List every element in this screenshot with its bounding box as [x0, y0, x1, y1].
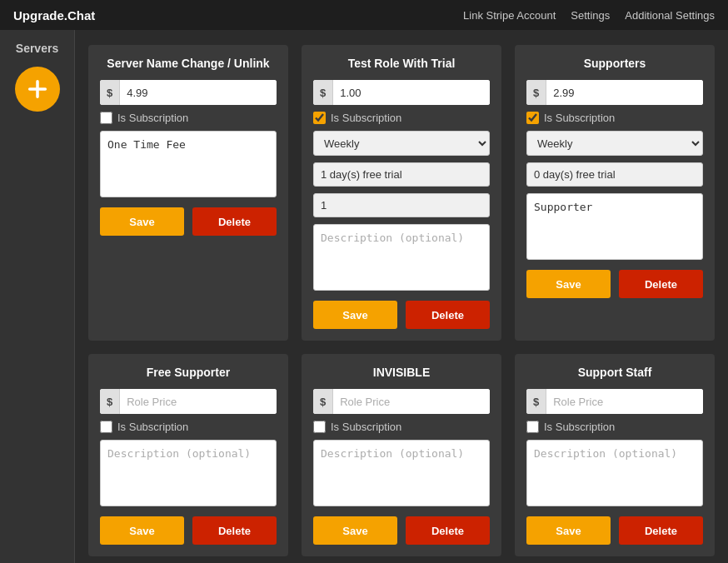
frequency-select-supporters[interactable]: WeeklyMonthlyYearly — [526, 131, 703, 156]
nav-link-additional-settings[interactable]: Additional Settings — [625, 9, 715, 22]
delete-button-invisible[interactable]: Delete — [406, 516, 490, 545]
description-textarea-support-staff[interactable] — [526, 440, 703, 506]
save-button-free-supporter[interactable]: Save — [100, 516, 184, 545]
price-row-supporters: $ — [526, 80, 703, 105]
subscription-checkbox-row-supporters: Is Subscription — [526, 112, 703, 124]
button-row-server-name-change: SaveDelete — [100, 207, 277, 236]
save-button-server-name-change[interactable]: Save — [100, 207, 184, 236]
brand-logo: Upgrade.Chat — [13, 8, 95, 22]
subscription-checkbox-row-test-role-with-trial: Is Subscription — [313, 112, 490, 124]
main-content: Server Name Change / Unlink$Is Subscript… — [75, 30, 728, 563]
price-input-supporters[interactable] — [546, 80, 703, 105]
nav-link-settings[interactable]: Settings — [571, 9, 610, 22]
subscription-label-support-staff: Is Subscription — [544, 421, 615, 433]
card-title-free-supporter: Free Supporter — [100, 366, 277, 379]
price-input-free-supporter[interactable] — [120, 389, 277, 414]
nav-links: Link Stripe AccountSettingsAdditional Se… — [463, 9, 715, 22]
dollar-sign-support-staff: $ — [526, 389, 546, 414]
price-row-free-supporter: $ — [100, 389, 277, 414]
card-title-invisible: INVISIBLE — [313, 366, 490, 379]
button-row-invisible: SaveDelete — [313, 516, 490, 545]
dollar-sign-test-role-with-trial: $ — [313, 80, 333, 105]
save-button-supporters[interactable]: Save — [526, 270, 611, 298]
description-textarea-server-name-change[interactable] — [100, 131, 277, 197]
subscription-checkbox-supporters[interactable] — [526, 112, 539, 124]
number-input-test-role-with-trial[interactable] — [313, 193, 490, 217]
price-input-test-role-with-trial[interactable] — [333, 80, 490, 105]
card-server-name-change: Server Name Change / Unlink$Is Subscript… — [88, 45, 288, 341]
nav-link-link-stripe[interactable]: Link Stripe Account — [463, 9, 556, 22]
price-row-support-staff: $ — [526, 389, 703, 414]
subscription-label-supporters: Is Subscription — [544, 112, 615, 124]
subscription-checkbox-row-server-name-change: Is Subscription — [100, 112, 277, 124]
price-input-server-name-change[interactable] — [120, 80, 277, 105]
save-button-support-staff[interactable]: Save — [526, 516, 611, 545]
price-input-support-staff[interactable] — [546, 389, 703, 414]
trial-input-test-role-with-trial[interactable] — [313, 162, 490, 187]
price-row-server-name-change: $ — [100, 80, 277, 105]
subscription-checkbox-row-free-supporter: Is Subscription — [100, 421, 277, 433]
card-free-supporter: Free Supporter$Is SubscriptionSaveDelete — [88, 354, 288, 556]
save-button-invisible[interactable]: Save — [313, 516, 397, 545]
price-row-invisible: $ — [313, 389, 490, 414]
server-icon-button[interactable] — [15, 67, 60, 112]
button-row-support-staff: SaveDelete — [526, 516, 703, 545]
card-title-server-name-change: Server Name Change / Unlink — [100, 57, 277, 70]
dollar-sign-server-name-change: $ — [100, 80, 120, 105]
description-textarea-supporters[interactable] — [526, 193, 703, 260]
save-button-test-role-with-trial[interactable]: Save — [313, 301, 397, 329]
button-row-free-supporter: SaveDelete — [100, 516, 277, 545]
delete-button-free-supporter[interactable]: Delete — [192, 516, 277, 545]
dollar-sign-invisible: $ — [313, 389, 333, 414]
layout: Servers Server Name Change / Unlink$Is S… — [0, 30, 728, 563]
dollar-sign-free-supporter: $ — [100, 389, 120, 414]
subscription-checkbox-server-name-change[interactable] — [100, 112, 112, 124]
delete-button-test-role-with-trial[interactable]: Delete — [406, 301, 490, 329]
subscription-label-free-supporter: Is Subscription — [117, 421, 188, 433]
button-row-supporters: SaveDelete — [526, 270, 703, 298]
sidebar: Servers — [0, 30, 75, 563]
subscription-checkbox-row-invisible: Is Subscription — [313, 421, 490, 433]
dollar-sign-supporters: $ — [526, 80, 546, 105]
subscription-checkbox-row-support-staff: Is Subscription — [526, 421, 703, 433]
subscription-checkbox-support-staff[interactable] — [526, 421, 539, 433]
delete-button-supporters[interactable]: Delete — [619, 270, 703, 298]
button-row-test-role-with-trial: SaveDelete — [313, 301, 490, 329]
subscription-checkbox-invisible[interactable] — [313, 421, 326, 433]
frequency-select-test-role-with-trial[interactable]: WeeklyMonthlyYearly — [313, 131, 490, 156]
subscription-label-test-role-with-trial: Is Subscription — [331, 112, 401, 124]
trial-input-supporters[interactable] — [526, 162, 703, 187]
card-test-role-with-trial: Test Role With Trial$Is SubscriptionWeek… — [302, 45, 501, 341]
delete-button-server-name-change[interactable]: Delete — [192, 207, 277, 236]
card-title-supporters: Supporters — [526, 57, 703, 70]
cards-grid: Server Name Change / Unlink$Is Subscript… — [88, 45, 715, 556]
sidebar-label: Servers — [16, 42, 58, 55]
price-row-test-role-with-trial: $ — [313, 80, 490, 105]
card-support-staff: Support Staff$Is SubscriptionSaveDelete — [515, 354, 715, 556]
description-textarea-invisible[interactable] — [313, 440, 490, 506]
delete-button-support-staff[interactable]: Delete — [619, 516, 703, 545]
subscription-checkbox-free-supporter[interactable] — [100, 421, 112, 433]
header: Upgrade.Chat Link Stripe AccountSettings… — [0, 0, 728, 30]
card-invisible: INVISIBLE$Is SubscriptionSaveDelete — [302, 354, 501, 556]
description-textarea-test-role-with-trial[interactable] — [313, 224, 490, 291]
card-title-support-staff: Support Staff — [526, 366, 703, 379]
price-input-invisible[interactable] — [333, 389, 490, 414]
subscription-checkbox-test-role-with-trial[interactable] — [313, 112, 326, 124]
card-supporters: Supporters$Is SubscriptionWeeklyMonthlyY… — [515, 45, 715, 341]
subscription-label-invisible: Is Subscription — [331, 421, 401, 433]
subscription-label-server-name-change: Is Subscription — [117, 112, 188, 124]
card-title-test-role-with-trial: Test Role With Trial — [313, 57, 490, 70]
description-textarea-free-supporter[interactable] — [100, 440, 277, 506]
